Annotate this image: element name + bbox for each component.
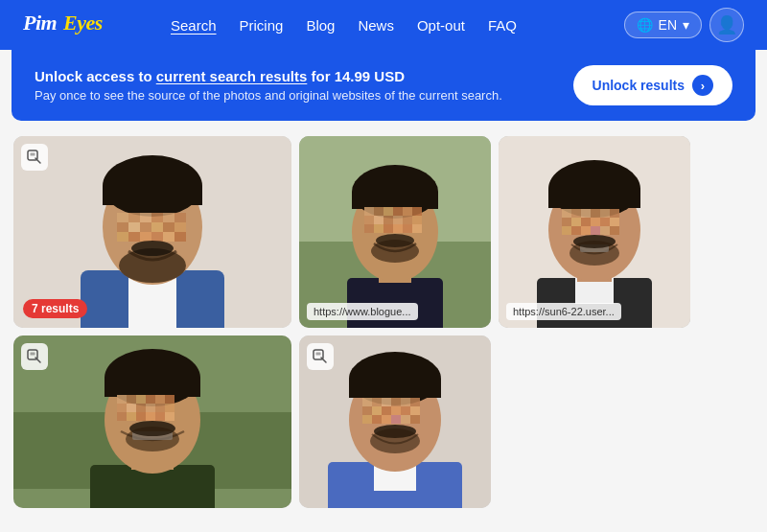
svg-rect-55 [393, 224, 403, 233]
svg-rect-40 [364, 207, 374, 216]
svg-rect-140 [382, 415, 391, 424]
svg-rect-8 [103, 186, 202, 205]
svg-point-116 [126, 427, 179, 451]
url-label-2: https://www.blogue... [307, 303, 418, 320]
svg-rect-125 [349, 379, 441, 398]
svg-rect-99 [146, 395, 155, 404]
svg-rect-42 [384, 207, 393, 216]
banner-subtitle: Pay once to see the source of the photos… [35, 88, 502, 103]
svg-rect-71 [591, 209, 600, 218]
chevron-down-icon: ▾ [683, 17, 689, 33]
svg-rect-17 [117, 222, 128, 232]
svg-rect-47 [374, 216, 384, 224]
svg-rect-75 [571, 218, 581, 226]
nav-blog[interactable]: Blog [296, 12, 344, 39]
svg-rect-16 [174, 213, 186, 222]
svg-point-145 [370, 428, 420, 453]
svg-rect-43 [393, 207, 403, 216]
svg-rect-28 [174, 232, 186, 242]
svg-rect-49 [393, 216, 403, 224]
banner-title-suffix: for 14.99 USD [307, 68, 405, 84]
svg-rect-104 [136, 404, 146, 412]
nav-pricing[interactable]: Pricing [230, 12, 293, 39]
svg-rect-18 [128, 222, 140, 232]
svg-rect-79 [610, 218, 619, 226]
svg-rect-109 [127, 412, 136, 421]
unlock-label: Unlock results [593, 78, 685, 93]
svg-rect-129 [391, 398, 401, 406]
svg-rect-118 [31, 353, 35, 356]
result-card-1[interactable]: 7 results [13, 136, 291, 328]
svg-rect-54 [384, 224, 393, 233]
result-card-4[interactable] [13, 335, 291, 508]
svg-rect-101 [165, 395, 174, 404]
svg-rect-39 [352, 192, 438, 209]
banner-title-link[interactable]: current search results [156, 68, 308, 84]
svg-rect-96 [117, 395, 127, 404]
results-badge: 7 results [23, 299, 87, 318]
svg-rect-82 [581, 226, 591, 235]
svg-rect-48 [384, 216, 393, 224]
arrow-icon: › [692, 75, 713, 96]
svg-rect-53 [374, 224, 384, 233]
nav-links: Search Pricing Blog News Opt-out FAQ [161, 12, 597, 39]
language-label: EN [659, 17, 677, 33]
svg-rect-41 [374, 207, 384, 216]
svg-rect-23 [117, 232, 128, 242]
nav-news[interactable]: News [348, 12, 404, 39]
url-label-3: https://sun6-22.user... [506, 303, 621, 320]
svg-rect-70 [581, 209, 591, 218]
svg-rect-127 [372, 398, 382, 406]
svg-rect-12 [128, 213, 140, 222]
svg-rect-128 [382, 398, 391, 406]
svg-rect-27 [163, 232, 174, 242]
svg-rect-25 [140, 232, 151, 242]
svg-rect-133 [372, 406, 382, 415]
svg-rect-69 [571, 209, 581, 218]
svg-rect-80 [562, 226, 571, 235]
svg-rect-126 [362, 398, 372, 406]
svg-rect-142 [401, 415, 410, 424]
svg-rect-113 [165, 412, 174, 421]
svg-rect-77 [591, 218, 600, 226]
svg-rect-67 [548, 189, 640, 208]
result-card-5[interactable] [299, 335, 491, 508]
svg-rect-46 [364, 216, 374, 224]
svg-rect-97 [127, 395, 136, 404]
search-icon-overlay-4 [21, 343, 48, 370]
svg-rect-131 [410, 398, 420, 406]
svg-rect-105 [146, 404, 155, 412]
result-card-2[interactable]: https://www.blogue... [299, 136, 491, 328]
svg-point-88 [569, 241, 619, 266]
result-card-3[interactable]: https://sun6-22.user... [499, 136, 690, 328]
svg-rect-73 [610, 209, 619, 218]
globe-icon: 🌐 [637, 17, 653, 33]
search-icon-overlay-5 [307, 343, 334, 370]
svg-rect-44 [403, 207, 412, 216]
svg-rect-22 [174, 222, 186, 232]
svg-rect-15 [163, 213, 174, 222]
svg-rect-50 [403, 216, 412, 224]
svg-rect-136 [401, 406, 410, 415]
user-button[interactable]: 👤 [709, 8, 744, 42]
svg-rect-107 [165, 404, 174, 412]
logo[interactable]: Pim Eyes [23, 8, 119, 42]
svg-rect-84 [600, 226, 610, 235]
language-button[interactable]: 🌐 EN ▾ [624, 12, 702, 38]
svg-rect-76 [581, 218, 591, 226]
svg-rect-56 [403, 224, 412, 233]
svg-rect-147 [316, 353, 321, 356]
svg-rect-31 [31, 153, 35, 156]
svg-rect-106 [155, 404, 165, 412]
nav-optout[interactable]: Opt-out [407, 12, 475, 39]
nav-faq[interactable]: FAQ [478, 12, 526, 39]
navbar: Pim Eyes Search Pricing Blog News Opt-ou… [0, 0, 767, 50]
svg-rect-103 [127, 404, 136, 412]
svg-rect-132 [362, 406, 372, 415]
unlock-results-button[interactable]: Unlock results › [573, 65, 732, 105]
svg-rect-45 [412, 207, 422, 216]
svg-rect-74 [562, 218, 571, 226]
svg-rect-20 [151, 222, 163, 232]
nav-search[interactable]: Search [161, 12, 226, 39]
svg-rect-57 [412, 224, 422, 233]
